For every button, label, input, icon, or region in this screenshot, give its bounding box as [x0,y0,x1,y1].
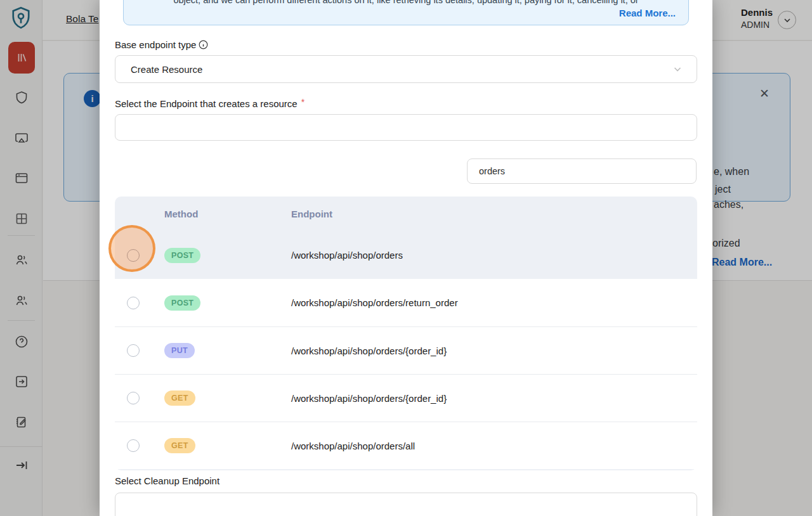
page-root: Bola Te Dennis ADMIN i ✕ e, when ject ac… [0,0,812,516]
info-icon[interactable] [199,40,208,49]
endpoint-table: Method Endpoint POST /workshop/api/shop/… [115,197,697,470]
method-badge: POST [164,248,200,263]
table-row[interactable]: POST /workshop/api/shop/orders/return_or… [115,279,697,326]
row-radio-button[interactable] [127,344,140,357]
column-header-method: Method [152,209,278,219]
endpoint-path: /workshop/api/shop/orders/{order_id} [278,345,697,356]
selected-option: Create Resource [131,64,672,75]
endpoint-search-input[interactable] [467,158,697,184]
endpoint-config-modal: object, and we can perform different act… [100,0,712,516]
chevron-down-icon [672,64,683,74]
row-radio-button[interactable] [127,439,140,452]
modal-info-box: object, and we can perform different act… [123,0,689,25]
endpoint-path: /workshop/api/shop/orders/{order_id} [278,393,697,404]
endpoint-table-header: Method Endpoint [115,197,697,231]
modal-info-text: object, and we can perform different act… [136,0,676,6]
table-row[interactable]: POST /workshop/api/shop/orders [115,231,697,279]
endpoint-path: /workshop/api/shop/orders [278,250,697,261]
method-badge: GET [164,390,195,406]
table-row[interactable]: GET /workshop/api/shop/orders/{order_id} [115,374,697,422]
row-radio-button[interactable] [127,392,140,404]
resource-endpoint-label: Select the Endpoint that creates a resou… [115,98,697,109]
base-endpoint-type-label: Base endpoint type [115,39,697,50]
method-badge: POST [164,295,200,311]
endpoint-path: /workshop/api/shop/orders/all [278,441,697,451]
required-asterisk: * [301,97,304,107]
base-endpoint-type-select[interactable]: Create Resource [115,55,697,83]
table-row[interactable]: GET /workshop/api/shop/orders/all [115,422,697,469]
column-header-endpoint: Endpoint [278,209,697,219]
method-badge: GET [164,438,195,453]
method-badge: PUT [164,343,195,358]
endpoint-path: /workshop/api/shop/orders/return_order [278,297,697,308]
row-radio-button[interactable] [127,249,140,262]
read-more-link[interactable]: Read More... [136,7,676,20]
endpoint-table-body: POST /workshop/api/shop/orders POST /wor… [115,231,697,469]
cleanup-endpoint-input[interactable] [115,493,697,516]
row-radio-button[interactable] [127,297,140,309]
cleanup-endpoint-label: Select Cleanup Endpoint [115,475,697,486]
resource-endpoint-input[interactable] [115,114,697,141]
table-row[interactable]: PUT /workshop/api/shop/orders/{order_id} [115,326,697,374]
